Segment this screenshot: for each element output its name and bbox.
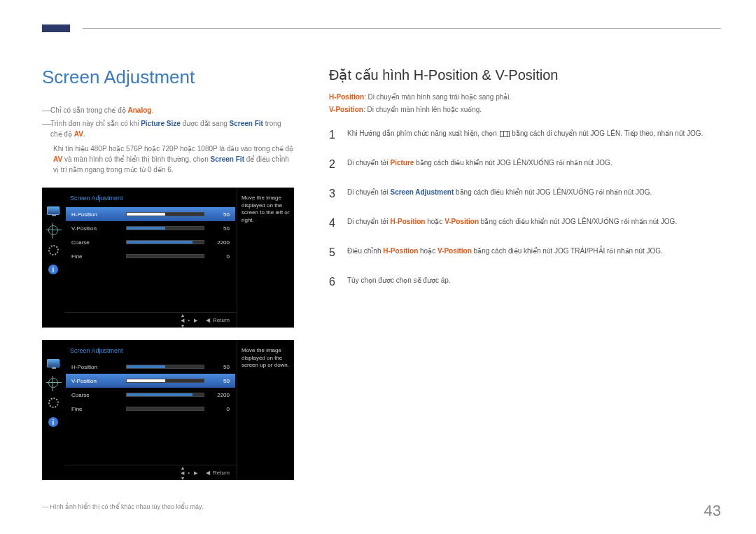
step-number: 6 — [329, 274, 337, 290]
main-content: Screen Adjustment ― Chỉ có sẵn trong chế… — [42, 66, 721, 493]
osd-value: 50 — [210, 211, 230, 218]
step-6: 6 Tùy chọn được chọn sẽ được áp. — [329, 274, 721, 290]
hl-av: AV — [74, 130, 83, 138]
osd-panel-hposition: i Screen Adjustment H-Position 50 V-Posi… — [42, 188, 294, 328]
osd-label: V-Position — [71, 378, 120, 384]
hl-vpos: V-Position — [329, 106, 363, 113]
osd-sidebar: i — [42, 188, 64, 328]
osd-row-fine[interactable]: Fine 0 — [66, 249, 235, 263]
osd-label: H-Position — [71, 211, 120, 218]
return-label: Return — [213, 470, 230, 476]
t: bằng cách điều khiển nút JOG LÊN/XUỐNG r… — [454, 188, 652, 196]
osd-sidebar: i — [42, 340, 64, 480]
osd-value: 2200 — [210, 392, 230, 398]
t: bằng cách điều khiển nút JOG LÊN/XUỐNG r… — [479, 218, 677, 225]
osd-row-vposition[interactable]: V-Position 50 — [66, 374, 235, 388]
osd-row-hposition[interactable]: H-Position 50 — [66, 207, 235, 221]
hl-vpos2: V-Position — [444, 218, 479, 225]
note-analog: ― Chỉ có sẵn trong chế độ Analog. — [42, 105, 294, 115]
t: bằng cách điều khiển nút JOG TRÁI/PHẢI r… — [472, 247, 663, 255]
return-button[interactable]: ◀Return — [206, 470, 230, 476]
step-text: Di chuyển tới H-Position hoặc V-Position… — [347, 215, 721, 232]
osd-slider[interactable] — [126, 226, 204, 230]
osd-slider[interactable] — [126, 365, 204, 369]
t: : Di chuyển màn hình lên hoặc xuống. — [363, 106, 482, 113]
t: Di chuyển tới — [347, 188, 390, 196]
step-4: 4 Di chuyển tới H-Position hoặc V-Positi… — [329, 215, 721, 232]
osd-label: Fine — [71, 406, 120, 412]
hl-hpos3: H-Position — [383, 247, 418, 255]
t: bằng cách điều khiển nút JOG LÊN/XUỐNG r… — [414, 159, 612, 167]
hl-hpos: H-Position — [329, 93, 364, 101]
osd-row-coarse[interactable]: Coarse 2200 — [66, 388, 235, 402]
osd-help: Move the image displayed on the screen t… — [237, 188, 294, 328]
osd-title: Screen Adjustment — [66, 192, 235, 207]
dash-icon: ― — [42, 118, 50, 139]
osd-slider[interactable] — [126, 379, 204, 383]
gear-icon — [47, 398, 59, 407]
t: bằng cách di chuyển nút JOG LÊN. Tiếp th… — [510, 129, 704, 137]
t: . — [83, 130, 85, 138]
step-number: 1 — [329, 127, 337, 143]
steps-list: 1 Khi Hướng dẫn phím chức năng xuất hiện… — [329, 127, 721, 290]
return-button[interactable]: ◀Return — [206, 317, 230, 323]
osd-footer: ▲◀ ▪ ▶▼ ◀Return — [64, 312, 237, 328]
osd-row-fine[interactable]: Fine 0 — [66, 402, 235, 416]
dash-icon: ― — [42, 105, 50, 115]
step-2: 2 Di chuyển tới Picture bằng cách điều k… — [329, 156, 721, 173]
menu-bars-icon — [500, 131, 510, 137]
osd-slider[interactable] — [126, 254, 204, 258]
hl-vpos3: V-Position — [438, 247, 472, 255]
osd-slider[interactable] — [126, 240, 204, 244]
gear-icon — [47, 245, 59, 255]
t: hoặc — [418, 247, 438, 255]
t: Di chuyển tới — [347, 218, 390, 225]
footnote: ― Hình ảnh hiển thị có thể khác nhau tùy… — [42, 503, 203, 510]
sub-note: Khi tín hiệu 480P hoặc 576P hoặc 720P ho… — [53, 143, 294, 175]
left-column: Screen Adjustment ― Chỉ có sẵn trong chế… — [42, 66, 294, 493]
header-accent-bar — [42, 24, 70, 32]
step-number: 5 — [329, 244, 337, 261]
osd-value: 2200 — [210, 239, 230, 246]
osd-value: 0 — [210, 406, 230, 412]
page-number: 43 — [704, 502, 721, 520]
osd-value: 50 — [210, 364, 230, 370]
nav-arrows-icon: ▲◀ ▪ ▶▼ — [181, 465, 199, 481]
osd-label: Coarse — [71, 239, 120, 246]
osd-panel-vposition: i Screen Adjustment H-Position 50 V-Posi… — [42, 340, 294, 480]
step-text: Khi Hướng dẫn phím chức năng xuất hiện, … — [347, 127, 721, 143]
hposition-desc: H-Position: Di chuyển màn hình sang trái… — [329, 92, 721, 103]
subsection-title: Đặt cấu hình H-Position & V-Position — [329, 66, 721, 83]
return-label: Return — [213, 317, 230, 323]
hl-screenfit2: Screen Fit — [211, 155, 244, 163]
osd-row-vposition[interactable]: V-Position 50 — [66, 221, 235, 235]
osd-slider[interactable] — [126, 212, 204, 216]
hl-hpos2: H-Position — [390, 218, 425, 225]
vposition-desc: V-Position: Di chuyển màn hình lên hoặc … — [329, 104, 721, 115]
t: Điều chỉnh — [347, 247, 383, 255]
note-picturesize: ― Trình đơn này chỉ sẵn có khi Picture S… — [42, 118, 294, 139]
note-text: Trình đơn này chỉ sẵn có khi Picture Siz… — [50, 118, 294, 139]
t: và màn hình có thể hiển thị bình thường,… — [62, 155, 210, 163]
osd-label: Fine — [71, 253, 120, 260]
monitor-icon — [47, 206, 59, 216]
t: hoặc — [425, 218, 444, 225]
osd-label: V-Position — [71, 225, 120, 232]
osd-label: H-Position — [71, 364, 120, 370]
t: Khi Hướng dẫn phím chức năng xuất hiện, … — [347, 129, 499, 137]
osd-slider[interactable] — [126, 407, 204, 411]
osd-footer: ▲◀ ▪ ▶▼ ◀Return — [64, 465, 237, 480]
step-5: 5 Điều chỉnh H-Position hoặc V-Position … — [329, 244, 721, 261]
t: Di chuyển tới — [347, 159, 390, 167]
hl-picsize: Picture Size — [141, 120, 181, 127]
osd-slider[interactable] — [126, 393, 204, 397]
step-number: 3 — [329, 185, 337, 202]
osd-main: Screen Adjustment H-Position 50 V-Positi… — [64, 340, 237, 480]
step-3: 3 Di chuyển tới Screen Adjustment bằng c… — [329, 185, 721, 202]
osd-row-hposition[interactable]: H-Position 50 — [66, 360, 235, 374]
osd-label: Coarse — [71, 392, 120, 398]
step-text: Di chuyển tới Screen Adjustment bằng các… — [347, 185, 721, 202]
sun-icon — [47, 378, 59, 388]
osd-main: Screen Adjustment H-Position 50 V-Positi… — [64, 188, 237, 328]
osd-row-coarse[interactable]: Coarse 2200 — [66, 235, 235, 249]
